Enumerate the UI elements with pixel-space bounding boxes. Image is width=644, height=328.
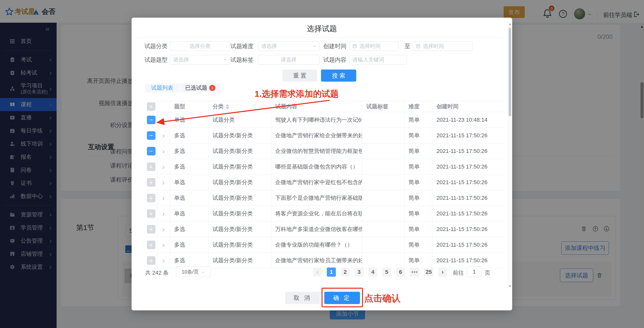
pager-pages: 123456•••25 xyxy=(327,268,433,277)
scroll-down-arrow-icon[interactable] xyxy=(509,285,511,287)
expand-row-icon[interactable]: › xyxy=(162,194,165,202)
question-created-time: 2021-11-15 17:50:26 xyxy=(432,175,504,190)
question-difficulty: 简单 xyxy=(405,175,432,190)
page-button-25[interactable]: 25 xyxy=(424,268,433,277)
question-category: 试题分类/新分类 xyxy=(209,175,271,190)
search-button[interactable]: 搜 索 xyxy=(321,70,356,82)
select-question-button[interactable]: + xyxy=(147,162,155,171)
category-filter-input[interactable] xyxy=(170,41,230,51)
tab-selected-questions[interactable]: 已选试题 3 xyxy=(180,83,221,92)
page-button-3[interactable]: 3 xyxy=(354,268,364,277)
question-category: 试题分类/新分类 xyxy=(209,206,271,221)
filter-label-category: 试题分类 xyxy=(138,41,168,51)
expand-row-icon[interactable]: › xyxy=(162,241,165,249)
pager: ‹ 123456•••25 › xyxy=(313,268,447,277)
difficulty-select[interactable] xyxy=(258,41,319,51)
tag-filter-input[interactable] xyxy=(258,55,319,64)
page-button-1[interactable]: 1 xyxy=(327,268,336,277)
question-content: 下面那个是企微地产营销行家基础版... xyxy=(271,190,362,206)
question-difficulty: 简单 xyxy=(405,253,432,268)
question-type: 单选 xyxy=(170,112,209,127)
deselect-question-button[interactable]: − xyxy=(147,116,155,124)
expand-row-icon[interactable]: › xyxy=(162,257,165,264)
question-type: 多选 xyxy=(170,221,209,237)
select-question-button[interactable]: + xyxy=(147,256,155,265)
date-range-to-label: 至 xyxy=(405,41,410,51)
type-select[interactable] xyxy=(170,55,230,64)
expand-row-icon[interactable]: › xyxy=(162,210,165,217)
select-question-button[interactable]: + xyxy=(147,241,155,249)
expand-row-icon[interactable]: › xyxy=(162,116,165,124)
column-header-content[interactable]: 试题内容 xyxy=(271,101,362,112)
question-category: 试题分类/新分类 xyxy=(209,190,271,206)
page-button-5[interactable]: 5 xyxy=(382,268,391,277)
question-content: 企微专业版的功能有哪些？（） xyxy=(271,237,362,252)
question-category: 试题分类/新分类 xyxy=(209,128,271,143)
question-difficulty: 简单 xyxy=(405,143,432,159)
modal-title: 选择试题 xyxy=(132,24,512,34)
question-table-body: −›单选试题分类驾驶人有下列哪种违法行为一次记6分简单2021-11-23 10… xyxy=(145,112,504,268)
page-size-select[interactable]: 10条/页 xyxy=(176,267,211,277)
page-button-4[interactable]: 4 xyxy=(368,268,377,277)
expand-row-icon[interactable]: › xyxy=(162,225,165,233)
table-row: +›多选试题分类/新分类哪些是基础版企微包含的内容（）简单2021-11-15 … xyxy=(145,159,504,175)
question-tag xyxy=(362,206,405,221)
deselect-question-button[interactable]: − xyxy=(147,131,155,140)
question-tag xyxy=(362,159,405,174)
question-difficulty: 简单 xyxy=(405,206,432,221)
question-category: 试题分类/新分类 xyxy=(209,253,271,268)
expand-row-icon[interactable]: › xyxy=(162,163,165,171)
question-created-time: 2021-11-15 17:50:26 xyxy=(432,159,504,174)
deselect-question-button[interactable]: − xyxy=(147,147,155,155)
select-all-button[interactable]: + xyxy=(147,102,155,111)
tab-question-list[interactable]: 试题列表 xyxy=(145,83,179,92)
column-header-created[interactable]: 创建时间 xyxy=(432,101,504,112)
modal-scrollbar[interactable] xyxy=(508,22,512,288)
question-content: 企微地产营销行家给企业侧带来的好... xyxy=(271,128,362,143)
column-header-tag[interactable]: 试题标签 xyxy=(362,101,405,112)
question-created-time: 2021-11-15 17:50:26 xyxy=(432,221,504,237)
column-header-category[interactable]: 分类 xyxy=(209,101,271,112)
filter-label-type: 试题题型 xyxy=(138,55,168,64)
question-tag xyxy=(362,128,405,143)
question-type: 单选 xyxy=(170,206,209,221)
sort-caret-icon[interactable] xyxy=(226,104,229,109)
table-row: +›多选试题分类/新分类企微地产营销行家给员工侧带来的好...简单2021-11… xyxy=(145,253,504,268)
table-row: +›多选试题分类/新分类万科地产多渠道企业微信收客在哪些...简单2021-11… xyxy=(145,221,504,237)
page-button-6[interactable]: 6 xyxy=(396,268,405,277)
expand-row-icon[interactable]: › xyxy=(162,179,165,186)
question-difficulty: 简单 xyxy=(405,128,432,143)
confirm-button[interactable]: 确 定 xyxy=(324,292,360,304)
goto-page-input[interactable] xyxy=(467,267,481,277)
prev-page-button[interactable]: ‹ xyxy=(313,268,322,277)
question-tag xyxy=(362,221,405,237)
content-keyword-input[interactable] xyxy=(349,55,407,64)
question-category: 试题分类 xyxy=(209,112,271,127)
select-question-button[interactable]: + xyxy=(147,225,155,234)
expand-row-icon[interactable]: › xyxy=(162,132,165,139)
screen: 考试星 会否 发布 9 ? 前往学员端 « 首页考试›轻考试›学习项目(原任务流… xyxy=(0,0,644,328)
next-page-button[interactable]: › xyxy=(438,268,447,277)
select-question-button[interactable]: + xyxy=(147,178,155,187)
filter-label-tag: 试题标签 xyxy=(230,55,254,64)
question-tag xyxy=(362,143,405,159)
question-type: 多选 xyxy=(170,253,209,268)
reset-button[interactable]: 重 置 xyxy=(283,70,317,82)
cancel-button[interactable]: 取 消 xyxy=(285,292,320,304)
scroll-up-arrow-icon[interactable] xyxy=(509,23,511,25)
date-start-input[interactable] xyxy=(349,41,398,51)
modal-title-divider xyxy=(138,37,502,38)
question-difficulty: 简单 xyxy=(405,237,432,252)
column-header-difficulty[interactable]: 难度 xyxy=(405,101,432,112)
pager-ellipsis[interactable]: ••• xyxy=(410,268,419,277)
select-question-button[interactable]: + xyxy=(147,194,155,202)
modal-scrollbar-thumb[interactable] xyxy=(509,28,511,116)
question-created-time: 2021-11-15 17:50:26 xyxy=(432,190,504,206)
date-end-input[interactable] xyxy=(413,41,473,51)
column-header-type[interactable]: 题型 xyxy=(170,101,209,112)
expand-row-icon[interactable]: › xyxy=(162,147,165,155)
select-question-button[interactable]: + xyxy=(147,209,155,218)
question-created-time: 2021-11-15 17:50:26 xyxy=(432,206,504,221)
page-button-2[interactable]: 2 xyxy=(341,268,350,277)
question-content: 驾驶人有下列哪种违法行为一次记6分 xyxy=(271,112,362,127)
